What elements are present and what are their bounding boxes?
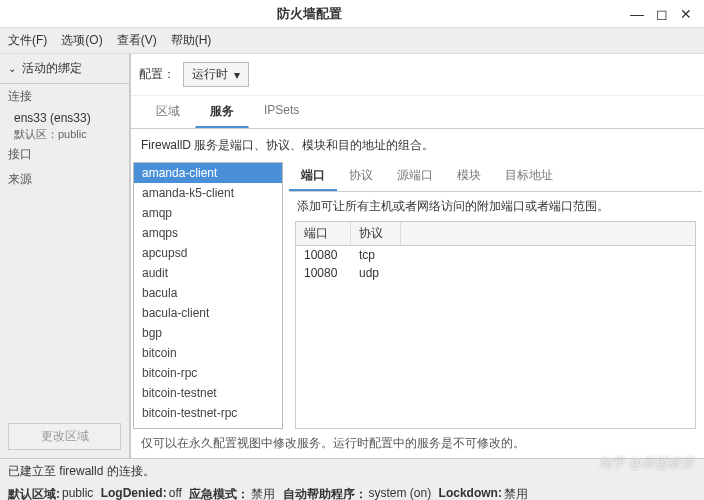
footnote: 仅可以在永久配置视图中修改服务。运行时配置中的服务是不可修改的。 bbox=[131, 429, 704, 458]
sidebar-connections-label: 连接 bbox=[0, 84, 129, 109]
service-item[interactable]: bgp bbox=[134, 323, 282, 343]
ports-table: 端口 协议 10080tcp10080udp bbox=[295, 221, 696, 429]
sidebar-header: 活动的绑定 bbox=[22, 60, 82, 77]
service-item[interactable]: audit bbox=[134, 263, 282, 283]
service-item[interactable]: amanda-client bbox=[134, 163, 282, 183]
col-protocol[interactable]: 协议 bbox=[351, 222, 401, 245]
dropdown-arrow-icon: ▾ bbox=[234, 68, 240, 82]
menu-help[interactable]: 帮助(H) bbox=[171, 32, 212, 49]
service-item[interactable]: bacula-client bbox=[134, 303, 282, 323]
menu-view[interactable]: 查看(V) bbox=[117, 32, 157, 49]
tab-source-ports[interactable]: 源端口 bbox=[385, 162, 445, 191]
menu-file[interactable]: 文件(F) bbox=[8, 32, 47, 49]
tab-zones[interactable]: 区域 bbox=[141, 96, 195, 128]
service-item[interactable]: amqp bbox=[134, 203, 282, 223]
chevron-down-icon[interactable]: ⌄ bbox=[8, 63, 16, 74]
menu-options[interactable]: 选项(O) bbox=[61, 32, 102, 49]
menubar: 文件(F) 选项(O) 查看(V) 帮助(H) bbox=[0, 28, 704, 54]
service-item[interactable]: apcupsd bbox=[134, 243, 282, 263]
col-port[interactable]: 端口 bbox=[296, 222, 351, 245]
tab-modules[interactable]: 模块 bbox=[445, 162, 493, 191]
tab-ipsets[interactable]: IPSets bbox=[249, 96, 314, 128]
status-connection: 已建立至 firewalld 的连接。 bbox=[0, 458, 704, 484]
service-item[interactable]: amqps bbox=[134, 223, 282, 243]
config-label: 配置： bbox=[139, 66, 175, 83]
service-item[interactable]: bitcoin-rpc bbox=[134, 363, 282, 383]
main-tabs: 区域 服务 IPSets bbox=[131, 96, 704, 129]
sidebar-sources-label: 来源 bbox=[0, 167, 129, 192]
table-row[interactable]: 10080tcp bbox=[296, 246, 695, 264]
config-dropdown[interactable]: 运行时 ▾ bbox=[183, 62, 249, 87]
sidebar-interfaces-label: 接口 bbox=[0, 142, 129, 167]
status-details: 默认区域:public LogDenied:off 应急模式：禁用 自动帮助程序… bbox=[0, 484, 704, 500]
sidebar-connection-zone: 默认区：public bbox=[0, 127, 129, 142]
detail-tabs: 端口 协议 源端口 模块 目标地址 bbox=[289, 162, 702, 192]
service-item[interactable]: bacula bbox=[134, 283, 282, 303]
window-title: 防火墙配置 bbox=[0, 5, 618, 23]
service-item[interactable]: amanda-k5-client bbox=[134, 183, 282, 203]
service-item[interactable]: bitcoin bbox=[134, 343, 282, 363]
service-item[interactable]: bitcoin-testnet bbox=[134, 383, 282, 403]
tab-protocols[interactable]: 协议 bbox=[337, 162, 385, 191]
sidebar-connection-item[interactable]: ens33 (ens33) bbox=[0, 109, 129, 127]
change-zone-button[interactable]: 更改区域 bbox=[8, 423, 121, 450]
service-item[interactable]: bitcoin-testnet-rpc bbox=[134, 403, 282, 423]
maximize-icon[interactable]: ◻ bbox=[656, 6, 668, 22]
tab-ports[interactable]: 端口 bbox=[289, 162, 337, 191]
close-icon[interactable]: ✕ bbox=[680, 6, 692, 22]
service-list[interactable]: amanda-clientamanda-k5-clientamqpamqpsap… bbox=[133, 162, 283, 429]
tab-dest-addr[interactable]: 目标地址 bbox=[493, 162, 565, 191]
tab-services[interactable]: 服务 bbox=[195, 96, 249, 128]
table-row[interactable]: 10080udp bbox=[296, 264, 695, 282]
ports-description: 添加可让所有主机或者网络访问的附加端口或者端口范围。 bbox=[289, 192, 702, 221]
minimize-icon[interactable]: — bbox=[630, 6, 644, 22]
sidebar: ⌄ 活动的绑定 连接 ens33 (ens33) 默认区：public 接口 来… bbox=[0, 54, 130, 458]
services-description: FirewallD 服务是端口、协议、模块和目的地址的组合。 bbox=[131, 129, 704, 162]
